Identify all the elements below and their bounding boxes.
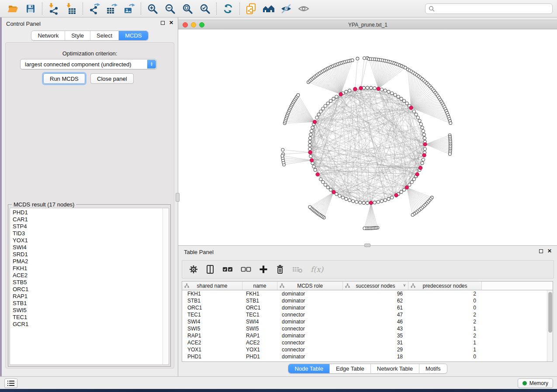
tab-network-table[interactable]: Network Table (371, 364, 419, 373)
network-node[interactable] (310, 130, 313, 133)
network-node[interactable] (412, 178, 415, 181)
table-cell[interactable]: 31 (343, 339, 408, 346)
network-node[interactable] (380, 199, 383, 203)
first-neighbors-icon[interactable] (260, 2, 277, 16)
column-header-name[interactable]: name (242, 282, 277, 290)
table-cell[interactable]: TEC1 (242, 311, 277, 318)
network-node[interactable] (416, 116, 419, 119)
network-node[interactable] (308, 144, 311, 147)
table-cell[interactable]: 2 (408, 332, 482, 339)
network-node[interactable] (324, 183, 327, 186)
table-cell[interactable]: ORC1 (242, 304, 277, 311)
table-row[interactable]: RAP1RAP1dominator352 (182, 332, 547, 339)
network-canvas[interactable] (178, 30, 557, 245)
network-node[interactable] (400, 97, 403, 100)
mcds-node[interactable] (359, 86, 363, 90)
network-node[interactable] (400, 190, 403, 193)
table-row[interactable]: PHD1PHD1dominator180 (182, 353, 547, 360)
table-scrollbar-thumb[interactable] (548, 292, 552, 333)
select-all-icon[interactable] (222, 263, 233, 275)
table-cell[interactable]: ACE2 (242, 339, 277, 346)
horizontal-splitter-handle[interactable] (364, 244, 370, 247)
table-cell[interactable]: 96 (343, 290, 408, 297)
mcds-node[interactable] (339, 93, 343, 96)
network-node[interactable] (370, 86, 373, 89)
network-node[interactable] (410, 181, 413, 184)
mcds-node[interactable] (310, 158, 313, 162)
table-cell[interactable]: 47 (343, 311, 408, 318)
network-node[interactable] (308, 148, 311, 151)
table-cell[interactable]: SWI5 (242, 325, 277, 332)
mcds-node[interactable] (313, 120, 316, 124)
network-node[interactable] (387, 197, 390, 200)
mcds-result-item[interactable]: ORC1 (13, 286, 163, 293)
mcds-result-item[interactable]: FKH1 (13, 265, 163, 272)
close-panel-icon[interactable]: ✕ (169, 21, 173, 25)
memory-button[interactable]: Memory (518, 378, 553, 388)
tab-mcds[interactable]: MCDS (119, 31, 148, 40)
table-cell[interactable]: STB1 (242, 297, 277, 304)
table-cell[interactable]: 0 (408, 304, 482, 311)
table-cell[interactable]: 1 (408, 346, 482, 353)
table-cell[interactable]: SWI4 (182, 318, 242, 325)
mcds-node[interactable] (332, 190, 336, 194)
open-file-icon[interactable] (4, 2, 22, 16)
network-node[interactable] (309, 155, 312, 158)
close-panel-icon[interactable]: ✕ (547, 249, 552, 254)
table-cell[interactable]: TEC1 (182, 311, 242, 318)
network-node[interactable] (366, 201, 369, 204)
network-node[interactable] (308, 140, 311, 143)
mcds-result-item[interactable]: PHD1 (13, 209, 163, 216)
network-node[interactable] (308, 137, 311, 140)
network-node[interactable] (345, 197, 348, 200)
network-node[interactable] (311, 126, 314, 129)
network-node[interactable] (356, 57, 359, 60)
network-node[interactable] (449, 122, 452, 125)
mcds-result-item[interactable]: TID3 (13, 230, 163, 237)
mcds-node[interactable] (394, 193, 398, 197)
table-cell[interactable]: 61 (343, 304, 408, 311)
mcds-result-item[interactable]: SRD1 (13, 251, 163, 258)
network-node[interactable] (422, 158, 425, 161)
table-cell[interactable]: 29 (343, 346, 408, 353)
network-node[interactable] (324, 104, 327, 107)
import-network-icon[interactable] (45, 2, 62, 16)
mcds-node[interactable] (422, 153, 426, 157)
network-node[interactable] (348, 89, 351, 92)
table-cell[interactable]: FKH1 (182, 290, 242, 297)
network-node[interactable] (312, 165, 315, 168)
network-node[interactable] (352, 199, 355, 203)
mcds-result-list[interactable]: PHD1CAR1STP4TID3YOX1SWI4SRD1PMA2FKH1ACE2… (10, 208, 169, 365)
network-node[interactable] (315, 116, 318, 119)
network-window-titlebar[interactable]: YPA_prune.txt_1 (178, 20, 557, 29)
table-cell[interactable]: STB1 (182, 297, 242, 304)
network-node[interactable] (373, 201, 376, 204)
mcds-result-item[interactable]: STB1 (13, 300, 163, 307)
mcds-result-item[interactable]: PMA2 (13, 258, 163, 265)
network-node[interactable] (394, 93, 397, 96)
table-settings-gear-icon[interactable] (189, 263, 198, 275)
zoom-selected-icon[interactable] (196, 2, 214, 16)
table-row[interactable]: ACE2ACE2connector311 (182, 339, 547, 346)
network-node[interactable] (405, 102, 408, 105)
import-table-icon[interactable] (62, 2, 80, 16)
table-cell[interactable]: 1 (408, 339, 482, 346)
network-node[interactable] (319, 178, 322, 181)
mcds-result-item[interactable]: RAP1 (13, 293, 163, 300)
table-cell[interactable]: 2 (408, 311, 482, 318)
column-header-successor-nodes[interactable]: successor nodes∨ (343, 282, 408, 290)
network-node[interactable] (341, 196, 344, 199)
network-node[interactable] (351, 59, 354, 62)
table-row[interactable]: SWI5SWI5connector431 (182, 325, 547, 332)
mcds-node[interactable] (353, 87, 357, 91)
network-node[interactable] (403, 100, 406, 103)
network-node[interactable] (308, 206, 311, 209)
delete-column-trash-icon[interactable] (276, 263, 284, 275)
column-header-MCDS-role[interactable]: MCDS role (277, 282, 343, 290)
table-cell[interactable]: 46 (343, 318, 408, 325)
column-header-predecessor-nodes[interactable]: predecessor nodes (408, 282, 482, 290)
table-cell[interactable]: PHD1 (182, 353, 242, 360)
zoom-in-icon[interactable] (144, 2, 161, 16)
network-node[interactable] (348, 199, 351, 202)
mcds-node[interactable] (308, 151, 312, 154)
